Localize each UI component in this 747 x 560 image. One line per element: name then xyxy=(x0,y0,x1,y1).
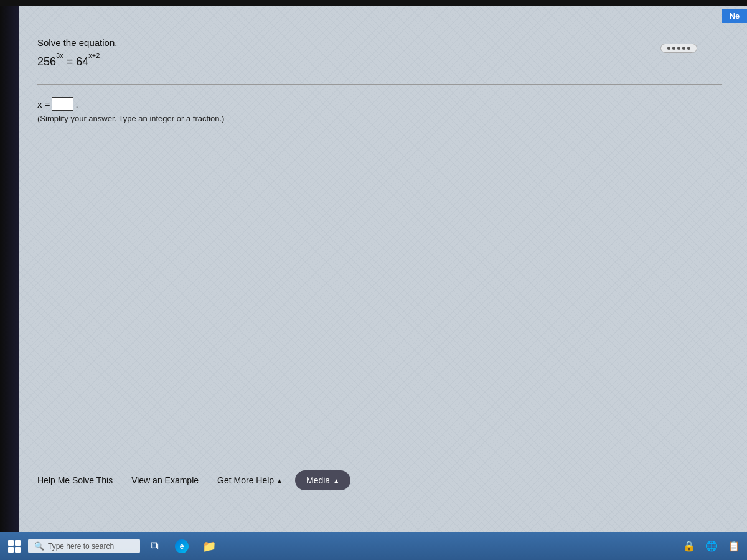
main-wrapper: Ne Solve the equation. 2563x = 64x+2 xyxy=(0,6,747,532)
top-bar xyxy=(0,0,747,6)
x-equals-label: x = xyxy=(37,99,50,110)
get-more-help-label: Get More Help xyxy=(217,475,274,485)
dot-1 xyxy=(667,47,670,50)
dot-3 xyxy=(677,47,680,50)
answer-area: x = . (Simplify your answer. Type an int… xyxy=(37,97,722,129)
media-button[interactable]: Media ▲ xyxy=(295,470,350,490)
task-view-button[interactable]: ⧉ xyxy=(143,535,166,558)
edge-icon: e xyxy=(175,539,189,553)
search-icon: 🔍 xyxy=(34,541,44,551)
taskbar-search[interactable]: 🔍 Type here to search xyxy=(28,539,140,553)
simplify-hint: (Simplify your answer. Type an integer o… xyxy=(37,114,722,123)
taskbar-center: ⧉ e 📁 🔒 🌐 📋 xyxy=(143,535,744,558)
tray-icon-1[interactable]: 🔒 xyxy=(679,536,699,556)
media-label: Media xyxy=(306,475,330,485)
get-more-help-arrow: ▲ xyxy=(276,477,283,484)
answer-line: x = . xyxy=(37,97,722,111)
dot-2 xyxy=(672,47,675,50)
folder-icon: 📁 xyxy=(202,539,216,553)
solve-label: Solve the equation. xyxy=(37,37,722,48)
dots-indicator xyxy=(660,44,697,53)
divider xyxy=(37,84,722,85)
edge-browser-button[interactable]: e xyxy=(171,535,193,558)
action-bar: Help Me Solve This View an Example Get M… xyxy=(19,463,747,498)
question-area: Solve the equation. 2563x = 64x+2 x = . … xyxy=(19,25,747,532)
task-view-icon: ⧉ xyxy=(151,539,159,553)
tray-icon-2-glyph: 🌐 xyxy=(705,540,718,552)
search-placeholder-text: Type here to search xyxy=(48,542,114,551)
equation-display: 2563x = 64x+2 xyxy=(37,55,722,68)
taskbar: 🔍 Type here to search ⧉ e 📁 🔒 🌐 📋 xyxy=(0,532,747,560)
tray-icon-3-glyph: 📋 xyxy=(728,540,740,552)
file-explorer-button[interactable]: 📁 xyxy=(198,535,220,558)
tray-icon-2[interactable]: 🌐 xyxy=(702,536,721,556)
dot-5 xyxy=(687,47,690,50)
view-example-link[interactable]: View an Example xyxy=(131,475,199,485)
media-arrow-icon: ▲ xyxy=(333,477,339,484)
eq-base-256: 256 xyxy=(37,55,56,68)
get-more-help-link[interactable]: Get More Help ▲ xyxy=(217,475,283,485)
windows-icon xyxy=(8,540,21,553)
taskbar-tray: 🔒 🌐 📋 xyxy=(679,536,744,556)
period: . xyxy=(75,99,78,110)
eq-equals: = 64 xyxy=(63,55,89,68)
help-me-solve-link[interactable]: Help Me Solve This xyxy=(37,475,113,485)
ne-button[interactable]: Ne xyxy=(722,9,747,23)
tray-icon-1-glyph: 🔒 xyxy=(683,540,695,552)
content-panel: Ne Solve the equation. 2563x = 64x+2 xyxy=(19,6,747,532)
dot-4 xyxy=(682,47,685,50)
answer-input[interactable] xyxy=(52,97,73,111)
panel-top-bar: Ne xyxy=(19,6,747,25)
start-button[interactable] xyxy=(3,535,25,557)
left-sidebar xyxy=(0,6,19,532)
tray-icon-3[interactable]: 📋 xyxy=(724,536,744,556)
